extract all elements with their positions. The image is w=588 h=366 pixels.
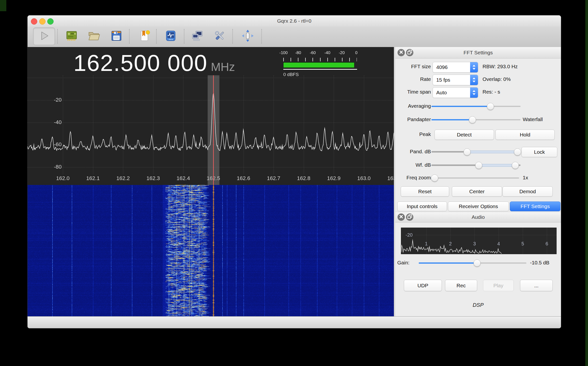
range-handle-low[interactable]: [464, 148, 471, 155]
pand-db-range-slider[interactable]: [431, 149, 521, 154]
toolbar-separator: [261, 29, 262, 44]
audio-options-button[interactable]: ...: [520, 280, 553, 291]
freq-zoom-readout: 1x: [523, 175, 528, 181]
frequency-display[interactable]: 162.500 000MHz: [28, 51, 281, 75]
wf-db-label: Wf. dB: [395, 162, 431, 168]
meter-tick-label: -40: [324, 50, 331, 55]
stepper-icon[interactable]: [470, 87, 478, 98]
overlap-info: Overlap: 0%: [483, 76, 511, 82]
time-span-value: Auto: [433, 90, 470, 96]
demod-button[interactable]: Demod: [503, 186, 553, 197]
rate-value: 15 fps: [433, 77, 470, 83]
tab-receiver-options[interactable]: Receiver Options: [448, 202, 509, 211]
slider-handle[interactable]: [474, 260, 481, 267]
stepper-icon[interactable]: [470, 75, 478, 85]
dbfs-meter: -100 -80 -60 -40 -20 0 0 dBFS: [276, 50, 364, 80]
lock-button[interactable]: Lock: [522, 147, 557, 157]
meter-tick-label: -100: [279, 50, 288, 55]
rec-button[interactable]: Rec: [445, 280, 477, 291]
gain-label: Gain:: [397, 260, 409, 266]
meter-ticks: [283, 58, 357, 61]
pandapter-waterfall-slider[interactable]: [431, 117, 521, 122]
meter-baseline: [283, 69, 357, 70]
meter-tick-label: -60: [310, 50, 316, 55]
open-file-button[interactable]: [86, 29, 102, 44]
slider-handle[interactable]: [469, 116, 476, 123]
peak-label: Peak: [395, 131, 431, 137]
slider-handle[interactable]: [487, 103, 494, 110]
audio-gain-slider[interactable]: [419, 260, 526, 265]
peak-hold-button[interactable]: Hold: [495, 130, 555, 140]
fft-display-button[interactable]: [163, 29, 179, 44]
slider-handle[interactable]: [431, 174, 438, 182]
desktop-wallpaper-edge: [585, 0, 588, 366]
audio-spectrum-display: [401, 228, 557, 254]
frequency-unit: MHz: [211, 60, 235, 73]
fft-settings-header: FFT Settings: [395, 47, 561, 58]
tab-input-controls[interactable]: Input controls: [397, 202, 447, 211]
wf-db-range-slider[interactable]: [431, 163, 521, 168]
frequency-digits[interactable]: 162.500 000: [74, 50, 208, 76]
freq-zoom-slider[interactable]: [433, 175, 519, 180]
toolbar-separator: [184, 29, 184, 44]
play-button[interactable]: Play: [483, 280, 514, 291]
start-dsp-button[interactable]: [33, 28, 55, 45]
window-title: Gqrx 2.6 - rtl=0: [28, 18, 561, 24]
configure-device-button[interactable]: [64, 29, 79, 44]
freq-zoom-label: Freq zoom: [395, 175, 431, 181]
tab-fft-settings[interactable]: FFT Settings: [510, 202, 560, 211]
fft-size-label: FFT size: [395, 64, 431, 69]
fft-size-select[interactable]: 4096: [433, 62, 478, 73]
waterfall-label: Waterfall: [523, 116, 543, 122]
remote-control-button[interactable]: [189, 29, 205, 44]
dsp-footer-label: DSP: [395, 302, 561, 308]
tools-icon: [213, 29, 226, 43]
udp-button[interactable]: UDP: [404, 280, 442, 291]
open-file-icon: [87, 29, 101, 43]
range-handle-high[interactable]: [514, 148, 521, 155]
stepper-icon[interactable]: [470, 62, 478, 72]
save-icon: [110, 29, 123, 43]
bookmarks-button[interactable]: [137, 29, 152, 44]
control-panel: FFT Settings FFT size 4096 RBW: 293.0 Hz…: [395, 47, 561, 317]
window-chrome: Gqrx 2.6 - rtl=0: [28, 15, 561, 47]
toolbar-separator: [129, 29, 130, 44]
rbw-info: RBW: 293.0 Hz: [483, 64, 518, 69]
dock-title: Audio: [395, 214, 561, 220]
save-file-button[interactable]: [109, 29, 124, 44]
audio-header: Audio: [395, 212, 561, 222]
meter-tick-label: -80: [295, 50, 301, 55]
reset-button[interactable]: Reset: [401, 186, 449, 197]
range-handle-high[interactable]: [512, 162, 519, 169]
center-button[interactable]: Center: [452, 186, 502, 197]
desktop-wallpaper-corner: [0, 0, 6, 11]
device-config-icon: [65, 29, 78, 43]
rate-label: Rate: [395, 76, 431, 82]
gain-readout: -10.5 dB: [530, 260, 549, 266]
averaging-slider[interactable]: [431, 104, 521, 109]
play-icon: [38, 29, 51, 43]
fft-display-icon: [164, 29, 177, 43]
tools-button[interactable]: [212, 29, 228, 44]
peak-detect-button[interactable]: Detect: [435, 130, 494, 140]
status-bar: [28, 316, 561, 328]
bookmarks-icon: [138, 29, 151, 43]
range-handle-low[interactable]: [475, 162, 482, 169]
pandapter-label: Pandapter: [395, 116, 431, 122]
rate-select[interactable]: 15 fps: [433, 75, 478, 85]
waterfall-display[interactable]: [28, 185, 394, 317]
gqrx-window: Gqrx 2.6 - rtl=0: [27, 15, 561, 328]
meter-level-bar: [283, 62, 354, 68]
desktop: { "window": { "title": "Gqrx 2.6 - rtl=0…: [0, 0, 588, 366]
time-span-label: Time span: [395, 89, 431, 95]
averaging-label: Averaging: [395, 103, 431, 109]
toolbar-separator: [232, 29, 233, 44]
time-span-select[interactable]: Auto: [433, 87, 478, 98]
toolbar-separator: [156, 29, 157, 44]
meter-tick-label: 0: [355, 50, 357, 55]
meter-tick-label: -20: [339, 50, 345, 55]
res-info: Res: - s: [483, 89, 500, 95]
pand-db-label: Pand. dB: [395, 149, 431, 154]
pan-zoom-button[interactable]: [240, 29, 256, 44]
remote-control-icon: [190, 29, 204, 43]
